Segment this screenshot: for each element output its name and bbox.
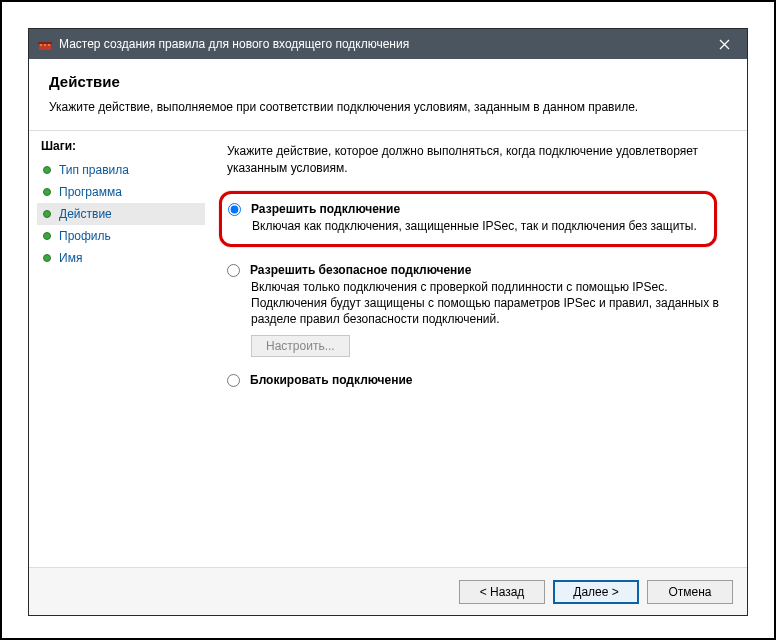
bullet-icon [43,188,51,196]
radio-allow-secure[interactable] [227,264,240,277]
bullet-icon [43,232,51,240]
content-intro: Укажите действие, которое должно выполня… [227,143,725,177]
bullet-icon [43,166,51,174]
close-button[interactable] [702,29,747,59]
cancel-button[interactable]: Отмена [647,580,733,604]
step-label: Профиль [59,229,111,243]
option-allow-secure: Разрешить безопасное подключение Включая… [227,263,725,358]
step-label: Имя [59,251,82,265]
option-allow-secure-row[interactable]: Разрешить безопасное подключение [227,263,725,277]
step-action[interactable]: Действие [37,203,205,225]
svg-rect-3 [44,44,46,46]
option-allow-desc: Включая как подключения, защищенные IPSe… [252,218,704,234]
svg-rect-1 [38,42,52,44]
option-allow-secure-desc: Включая только подключения с проверкой п… [251,279,725,328]
radio-block[interactable] [227,374,240,387]
option-block-row[interactable]: Блокировать подключение [227,373,725,387]
wizard-window: Мастер создания правила для нового входя… [28,28,748,616]
step-rule-type[interactable]: Тип правила [37,159,205,181]
bullet-icon [43,210,51,218]
wizard-content: Укажите действие, которое должно выполня… [205,131,747,567]
step-label: Действие [59,207,112,221]
wizard-footer: < Назад Далее > Отмена [29,567,747,615]
steps-sidebar: Шаги: Тип правила Программа Действие Про… [29,131,205,567]
step-label: Тип правила [59,163,129,177]
option-allow: Разрешить подключение Включая как подклю… [219,191,717,247]
next-button[interactable]: Далее > [553,580,639,604]
close-icon [719,39,730,50]
page-title: Действие [49,73,727,90]
step-label: Программа [59,185,122,199]
svg-rect-2 [40,44,42,46]
step-profile[interactable]: Профиль [37,225,205,247]
titlebar: Мастер создания правила для нового входя… [29,29,747,59]
app-icon [37,36,53,52]
bullet-icon [43,254,51,262]
radio-allow[interactable] [228,203,241,216]
option-block-label: Блокировать подключение [250,373,413,387]
window-title: Мастер создания правила для нового входя… [59,37,702,51]
wizard-header: Действие Укажите действие, выполняемое п… [29,59,747,130]
option-block: Блокировать подключение [227,373,725,387]
option-allow-row[interactable]: Разрешить подключение [228,202,704,216]
page-subtitle: Укажите действие, выполняемое при соотве… [49,100,727,114]
step-program[interactable]: Программа [37,181,205,203]
configure-button: Настроить... [251,335,350,357]
svg-rect-4 [48,44,50,46]
step-name[interactable]: Имя [37,247,205,269]
option-allow-secure-label: Разрешить безопасное подключение [250,263,471,277]
steps-label: Шаги: [37,139,205,159]
back-button[interactable]: < Назад [459,580,545,604]
option-allow-label: Разрешить подключение [251,202,400,216]
